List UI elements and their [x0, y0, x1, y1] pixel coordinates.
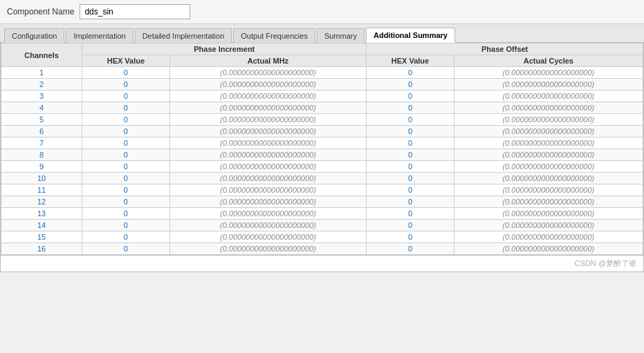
cell-channel[interactable]: 1 — [1, 67, 82, 79]
tab-summary[interactable]: Summary — [317, 28, 365, 43]
tab-implementation[interactable]: Implementation — [66, 28, 133, 43]
cell-channel[interactable]: 12 — [1, 196, 82, 208]
cell-channel[interactable]: 9 — [1, 161, 82, 173]
cell-pi-hex[interactable]: 0 — [82, 243, 169, 255]
cell-po-hex[interactable]: 0 — [367, 67, 454, 79]
cell-channel[interactable]: 14 — [1, 220, 82, 231]
table-row: 50(0.00000000000000000000)0(0.0000000000… — [1, 114, 643, 126]
cell-pi-hex[interactable]: 0 — [82, 231, 169, 243]
cell-po-actual: (0.0000000000000000000) — [454, 161, 643, 173]
cell-po-hex[interactable]: 0 — [367, 126, 454, 137]
cell-channel[interactable]: 13 — [1, 208, 82, 220]
cell-pi-hex[interactable]: 0 — [82, 208, 169, 220]
top-bar: Component Name — [0, 0, 644, 24]
cell-po-actual: (0.0000000000000000000) — [454, 79, 643, 90]
table-row: 120(0.00000000000000000000)0(0.000000000… — [1, 196, 643, 208]
table-row: 140(0.00000000000000000000)0(0.000000000… — [1, 220, 643, 231]
cell-pi-hex[interactable]: 0 — [82, 90, 169, 102]
table-row: 60(0.00000000000000000000)0(0.0000000000… — [1, 126, 643, 137]
cell-po-hex[interactable]: 0 — [367, 102, 454, 114]
watermark: CSDN @梦醉了谁 — [0, 256, 644, 272]
cell-pi-actual: (0.00000000000000000000) — [169, 149, 367, 161]
cell-po-hex[interactable]: 0 — [367, 243, 454, 255]
table-row: 150(0.00000000000000000000)0(0.000000000… — [1, 231, 643, 243]
cell-po-hex[interactable]: 0 — [367, 161, 454, 173]
col-header-po-hex: HEX Value — [367, 55, 454, 67]
cell-channel[interactable]: 6 — [1, 126, 82, 137]
tab-detailed-implementation[interactable]: Detailed Implementation — [135, 28, 232, 43]
cell-po-actual: (0.0000000000000000000) — [454, 137, 643, 149]
cell-po-actual: (0.0000000000000000000) — [454, 173, 643, 184]
cell-po-hex[interactable]: 0 — [367, 137, 454, 149]
tab-additional-summary[interactable]: Additional Summary — [366, 28, 455, 43]
col-header-pi-hex: HEX Value — [82, 55, 169, 67]
table-row: 90(0.00000000000000000000)0(0.0000000000… — [1, 161, 643, 173]
cell-pi-hex[interactable]: 0 — [82, 126, 169, 137]
cell-pi-hex[interactable]: 0 — [82, 173, 169, 184]
component-name-label: Component Name — [7, 7, 74, 17]
cell-po-actual: (0.0000000000000000000) — [454, 231, 643, 243]
cell-pi-hex[interactable]: 0 — [82, 79, 169, 90]
cell-pi-actual: (0.00000000000000000000) — [169, 79, 367, 90]
cell-po-hex[interactable]: 0 — [367, 79, 454, 90]
tab-output-frequencies[interactable]: Output Frequencies — [233, 28, 315, 43]
cell-channel[interactable]: 7 — [1, 137, 82, 149]
table-row: 80(0.00000000000000000000)0(0.0000000000… — [1, 149, 643, 161]
cell-po-hex[interactable]: 0 — [367, 114, 454, 126]
cell-po-actual: (0.0000000000000000000) — [454, 114, 643, 126]
cell-pi-actual: (0.00000000000000000000) — [169, 137, 367, 149]
cell-pi-actual: (0.00000000000000000000) — [169, 114, 367, 126]
cell-po-hex[interactable]: 0 — [367, 90, 454, 102]
tab-configuration[interactable]: Configuration — [4, 28, 64, 43]
table-row: 30(0.00000000000000000000)0(0.0000000000… — [1, 90, 643, 102]
cell-pi-actual: (0.00000000000000000000) — [169, 220, 367, 231]
cell-channel[interactable]: 15 — [1, 231, 82, 243]
cell-pi-hex[interactable]: 0 — [82, 149, 169, 161]
cell-pi-hex[interactable]: 0 — [82, 184, 169, 196]
group-header-phase-increment: Phase Increment — [82, 44, 367, 55]
cell-pi-actual: (0.00000000000000000000) — [169, 102, 367, 114]
cell-po-hex[interactable]: 0 — [367, 184, 454, 196]
table-row: 130(0.00000000000000000000)0(0.000000000… — [1, 208, 643, 220]
table-row: 10(0.00000000000000000000)0(0.0000000000… — [1, 67, 643, 79]
group-header-phase-offset: Phase Offset — [367, 44, 643, 55]
col-header-channels: Channels — [1, 44, 82, 67]
cell-pi-hex[interactable]: 0 — [82, 220, 169, 231]
table-row: 20(0.00000000000000000000)0(0.0000000000… — [1, 79, 643, 90]
cell-channel[interactable]: 4 — [1, 102, 82, 114]
cell-channel[interactable]: 8 — [1, 149, 82, 161]
data-table: Channels Phase Increment Phase Offset HE… — [1, 43, 643, 255]
cell-channel[interactable]: 5 — [1, 114, 82, 126]
table-row: 40(0.00000000000000000000)0(0.0000000000… — [1, 102, 643, 114]
cell-pi-hex[interactable]: 0 — [82, 196, 169, 208]
cell-pi-actual: (0.00000000000000000000) — [169, 67, 367, 79]
cell-po-actual: (0.0000000000000000000) — [454, 208, 643, 220]
cell-po-actual: (0.0000000000000000000) — [454, 149, 643, 161]
cell-po-actual: (0.0000000000000000000) — [454, 243, 643, 255]
component-name-input[interactable] — [80, 4, 190, 19]
cell-channel[interactable]: 16 — [1, 243, 82, 255]
cell-po-hex[interactable]: 0 — [367, 231, 454, 243]
cell-po-hex[interactable]: 0 — [367, 173, 454, 184]
cell-pi-hex[interactable]: 0 — [82, 102, 169, 114]
cell-po-hex[interactable]: 0 — [367, 149, 454, 161]
cell-channel[interactable]: 2 — [1, 79, 82, 90]
cell-po-actual: (0.0000000000000000000) — [454, 102, 643, 114]
cell-pi-hex[interactable]: 0 — [82, 114, 169, 126]
table-row: 100(0.00000000000000000000)0(0.000000000… — [1, 173, 643, 184]
cell-channel[interactable]: 3 — [1, 90, 82, 102]
cell-pi-actual: (0.00000000000000000000) — [169, 196, 367, 208]
cell-po-hex[interactable]: 0 — [367, 196, 454, 208]
cell-po-actual: (0.0000000000000000000) — [454, 220, 643, 231]
cell-channel[interactable]: 10 — [1, 173, 82, 184]
cell-pi-actual: (0.00000000000000000000) — [169, 126, 367, 137]
cell-pi-actual: (0.00000000000000000000) — [169, 208, 367, 220]
cell-channel[interactable]: 11 — [1, 184, 82, 196]
cell-po-hex[interactable]: 0 — [367, 208, 454, 220]
cell-pi-hex[interactable]: 0 — [82, 67, 169, 79]
col-header-pi-actual: Actual MHz — [169, 55, 367, 67]
cell-pi-hex[interactable]: 0 — [82, 137, 169, 149]
cell-pi-hex[interactable]: 0 — [82, 161, 169, 173]
cell-pi-actual: (0.00000000000000000000) — [169, 231, 367, 243]
cell-po-hex[interactable]: 0 — [367, 220, 454, 231]
